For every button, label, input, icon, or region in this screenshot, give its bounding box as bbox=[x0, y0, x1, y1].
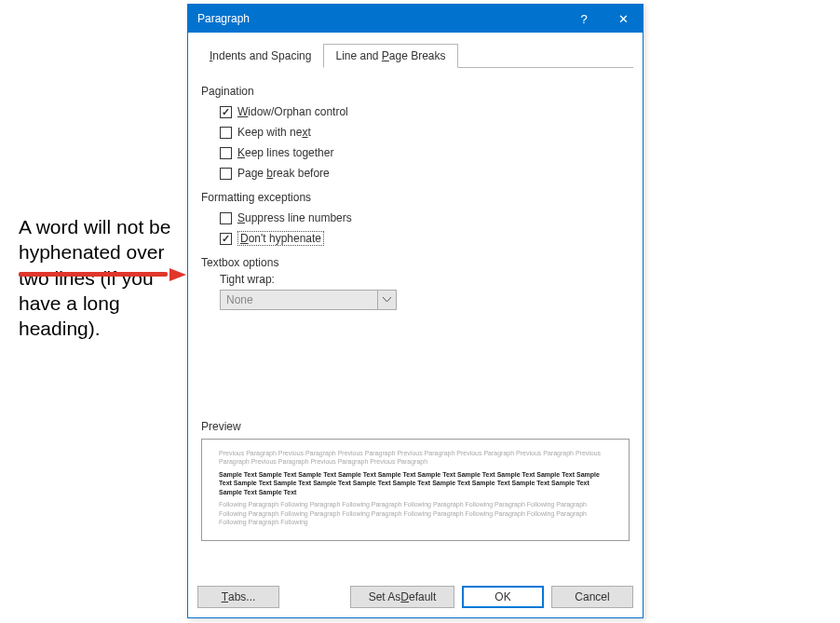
tight-wrap-label: Tight wrap: bbox=[220, 273, 630, 286]
keep-lines-together-label: Keep lines together bbox=[237, 146, 333, 159]
suppress-line-numbers-checkbox[interactable] bbox=[220, 212, 232, 224]
titlebar: Paragraph ? ✕ bbox=[188, 5, 643, 33]
tab-strip: Indents and Spacing Line and Page Breaks bbox=[197, 44, 643, 68]
dont-hyphenate-checkbox[interactable] bbox=[220, 233, 232, 245]
set-as-default-button[interactable]: Set As Default bbox=[350, 586, 454, 608]
tab-indents-spacing[interactable]: Indents and Spacing bbox=[197, 44, 323, 68]
suppress-line-numbers-label: Suppress line numbers bbox=[237, 211, 352, 224]
dialog-button-row: Tabs... Set As Default OK Cancel bbox=[197, 586, 633, 608]
keep-with-next-checkbox[interactable] bbox=[220, 127, 232, 139]
preview-previous: Previous Paragraph Previous Paragraph Pr… bbox=[219, 449, 612, 467]
help-button[interactable]: ? bbox=[564, 5, 603, 33]
ok-button[interactable]: OK bbox=[462, 586, 544, 608]
section-textbox-options: Textbox options bbox=[201, 256, 630, 269]
paragraph-dialog: Paragraph ? ✕ Indents and Spacing Line a… bbox=[187, 4, 644, 618]
tab-content: Pagination Widow/Orphan control Keep wit… bbox=[197, 67, 633, 541]
section-preview: Preview bbox=[201, 420, 630, 433]
preview-box: Previous Paragraph Previous Paragraph Pr… bbox=[201, 439, 630, 541]
pointer-arrow bbox=[19, 268, 186, 281]
page-break-before-checkbox[interactable] bbox=[220, 168, 232, 180]
section-formatting-exceptions: Formatting exceptions bbox=[201, 191, 630, 204]
close-button[interactable]: ✕ bbox=[603, 5, 643, 33]
keep-lines-together-checkbox[interactable] bbox=[220, 147, 232, 159]
section-pagination: Pagination bbox=[201, 85, 630, 98]
cancel-button[interactable]: Cancel bbox=[551, 586, 633, 608]
chevron-down-icon[interactable] bbox=[377, 291, 396, 309]
preview-following: Following Paragraph Following Paragraph … bbox=[219, 500, 612, 526]
widow-orphan-checkbox[interactable] bbox=[220, 106, 232, 118]
dont-hyphenate-label: Don't hyphenate bbox=[237, 231, 324, 246]
preview-sample: Sample Text Sample Text Sample Text Samp… bbox=[219, 470, 612, 496]
tight-wrap-value: None bbox=[226, 293, 253, 306]
tight-wrap-dropdown[interactable]: None bbox=[220, 290, 397, 310]
page-break-before-label: Page break before bbox=[237, 167, 330, 180]
keep-with-next-label: Keep with next bbox=[237, 126, 311, 139]
widow-orphan-label: Widow/Orphan control bbox=[237, 105, 348, 118]
tabs-button[interactable]: Tabs... bbox=[197, 586, 279, 608]
dialog-title: Paragraph bbox=[197, 12, 564, 25]
tab-line-page-breaks[interactable]: Line and Page Breaks bbox=[323, 44, 457, 68]
